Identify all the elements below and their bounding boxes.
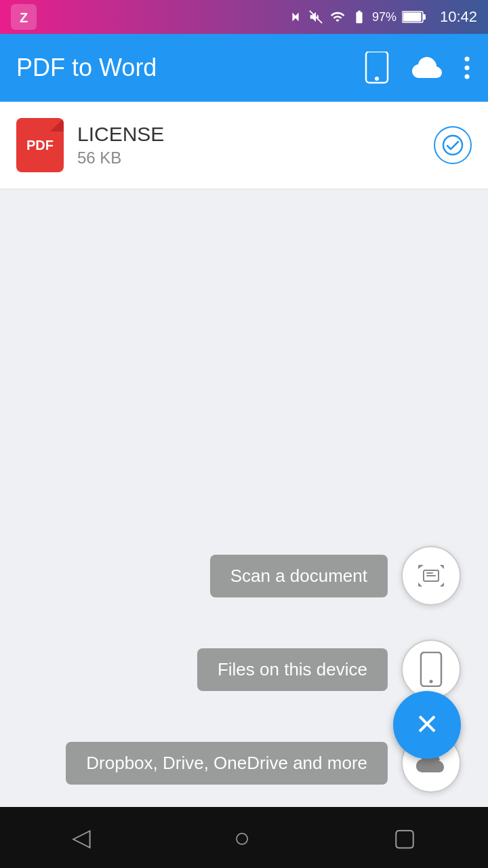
file-size: 56 KB (77, 149, 434, 167)
battery-level: 97% (372, 10, 396, 24)
app-bar-actions (363, 52, 472, 84)
svg-point-9 (465, 66, 470, 71)
battery-icon (402, 10, 426, 24)
phone-icon[interactable] (363, 52, 390, 84)
svg-point-11 (443, 136, 462, 155)
home-button[interactable]: ○ (234, 823, 250, 853)
file-info: LICENSE 56 KB (77, 123, 434, 167)
app-bar: PDF to Word (0, 34, 488, 102)
recent-button[interactable]: ▢ (393, 823, 416, 852)
file-item[interactable]: PDF LICENSE 56 KB (0, 102, 488, 189)
nav-bar: ◁ ○ ▢ (0, 807, 488, 868)
status-time: 10:42 (440, 8, 477, 26)
muted-icon (308, 9, 323, 24)
scan-document-button[interactable] (401, 546, 461, 606)
svg-point-8 (465, 57, 470, 62)
status-bar: Z 97% 10:42 (0, 0, 488, 34)
content-area: Scan a document Files on this device (0, 189, 488, 820)
svg-point-7 (375, 77, 379, 81)
cloud-icon[interactable] (409, 56, 443, 80)
pdf-label: PDF (26, 138, 54, 153)
svg-rect-4 (423, 14, 426, 20)
files-on-device-item[interactable]: Files on this device (197, 639, 461, 699)
cloud-services-label[interactable]: Dropbox, Drive, OneDrive and more (66, 742, 388, 785)
status-icons: 97% 10:42 (288, 8, 477, 26)
app-icon: Z (11, 0, 37, 34)
svg-point-10 (465, 75, 470, 79)
fab-close-icon: × (416, 705, 439, 743)
back-button[interactable]: ◁ (72, 823, 91, 852)
wifi-icon (329, 9, 346, 24)
svg-rect-5 (403, 13, 421, 22)
more-options-icon[interactable] (462, 54, 472, 81)
bluetooth-icon (288, 9, 303, 24)
fab-menu: Scan a document Files on this device (0, 413, 488, 820)
check-icon[interactable] (434, 126, 472, 164)
scan-document-label[interactable]: Scan a document (210, 555, 388, 597)
app-title: PDF to Word (16, 54, 363, 82)
files-on-device-button[interactable] (401, 639, 461, 699)
svg-text:Z: Z (20, 10, 28, 25)
files-on-device-label[interactable]: Files on this device (197, 648, 388, 691)
pdf-icon: PDF (16, 118, 64, 172)
scan-document-item[interactable]: Scan a document (210, 546, 461, 606)
svg-point-14 (430, 680, 433, 684)
file-name: LICENSE (77, 123, 434, 146)
fab-close-button[interactable]: × (393, 691, 461, 759)
signal-icon (352, 9, 367, 24)
